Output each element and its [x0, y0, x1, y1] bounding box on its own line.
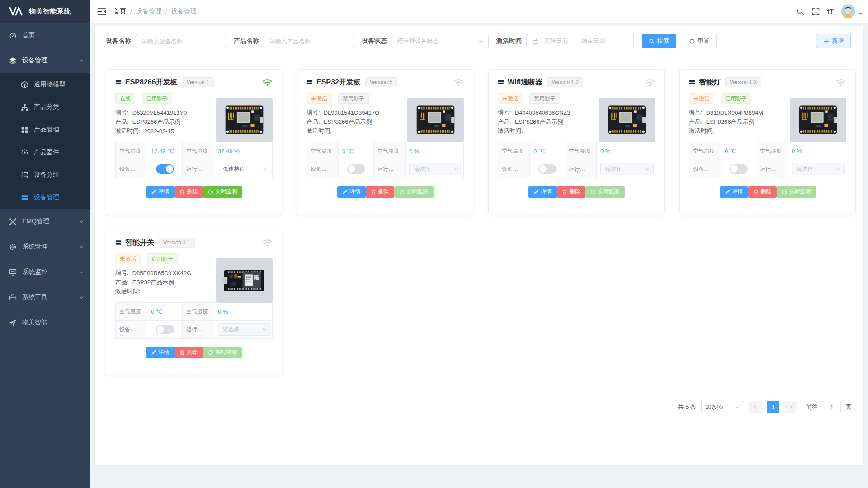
activated-label: 激活时间: — [498, 127, 523, 135]
trash-icon — [371, 189, 376, 195]
button-label: 删除 — [570, 188, 580, 196]
search-button[interactable]: 搜索 — [642, 34, 676, 48]
serial-value: DL9981541O39417O — [324, 109, 380, 116]
monitor-button[interactable]: 实时监测 — [394, 186, 434, 198]
gear-select[interactable]: 请选择 — [218, 323, 271, 336]
device-name: ESP8266开发板 — [125, 78, 178, 87]
delete-button[interactable]: 删除 — [175, 186, 203, 198]
page-size-select[interactable]: 10条/页 — [701, 401, 744, 413]
device-switch-toggle[interactable] — [156, 164, 174, 174]
sidebar-item-12[interactable]: 物美智能 — [0, 310, 90, 335]
avatar[interactable] — [841, 5, 855, 18]
sidebar-item-8[interactable]: EMQ管理 — [0, 209, 90, 234]
detail-button[interactable]: 详情 — [337, 186, 366, 198]
monitor-button[interactable]: 实时监测 — [777, 186, 816, 198]
shadow-tag: 禁用影子 — [529, 93, 560, 104]
top-header: 首页 / 设备管理 / 设备管理 tT — [90, 0, 868, 23]
sidebar-item-10[interactable]: 系统监控 — [0, 259, 90, 285]
search-icon[interactable] — [797, 8, 804, 15]
product-value: ESP8266产品示例 — [706, 118, 755, 126]
reset-button[interactable]: 重置 — [682, 34, 717, 48]
gear-select[interactable]: 请选择 — [600, 163, 654, 175]
status-tag: 未激活 — [498, 93, 523, 104]
sidebar-subitem-7[interactable]: 设备管理 — [0, 186, 90, 209]
delete-button[interactable]: 删除 — [557, 186, 585, 198]
gear-label: 运行… — [565, 160, 597, 178]
product-value: ESP8266产品示例 — [324, 118, 372, 126]
product-name-input[interactable] — [264, 34, 354, 48]
caret-down-icon[interactable] — [859, 13, 863, 15]
breadcrumb-device-manage[interactable]: 设备管理 — [136, 7, 161, 15]
sidebar-item-1[interactable]: 设备管理 — [0, 48, 90, 73]
plus-icon — [823, 38, 829, 44]
filter-bar: 设备名称 产品名称 设备状态 请选择设备状态 激活时间 开始日期 - 结束日期 … — [95, 26, 863, 48]
delete-button[interactable]: 删除 — [748, 186, 777, 198]
sidebar-subitem-6[interactable]: 设备分组 — [0, 164, 90, 186]
device-switch-toggle[interactable] — [347, 164, 365, 174]
device-switch-toggle[interactable] — [730, 164, 748, 174]
page-number-active[interactable]: 1 — [767, 401, 779, 413]
temperature-label: 空气温度 — [689, 142, 721, 160]
gear-label: 运行… — [183, 320, 214, 338]
detail-button[interactable]: 详情 — [720, 186, 748, 198]
end-date-placeholder: 结束日期 — [581, 37, 605, 45]
goto-page-input[interactable] — [823, 401, 841, 413]
status-tag: 未激活 — [689, 93, 714, 104]
gear-select[interactable]: 请选择 — [792, 163, 845, 175]
nodemcu-board-image — [407, 98, 464, 142]
header-actions: tT — [797, 5, 868, 18]
gear-select[interactable]: 请选择 — [409, 163, 462, 175]
add-device-button[interactable]: 新增 — [816, 34, 851, 48]
delete-button[interactable]: 删除 — [366, 186, 394, 198]
device-name-input[interactable] — [136, 34, 226, 48]
emq-icon — [9, 218, 17, 225]
humidity-label: 空气湿度 — [565, 142, 597, 160]
switch-label: 设备… — [498, 160, 530, 178]
sidebar-item-label: 产品管理 — [34, 126, 59, 134]
device-status-select[interactable]: 请选择设备状态 — [392, 34, 489, 48]
button-label: 搜索 — [657, 37, 669, 45]
device-board-icon — [115, 239, 122, 246]
date-range-picker[interactable]: 开始日期 - 结束日期 — [526, 34, 634, 48]
chevron-down-icon — [644, 166, 650, 172]
serial-value: D819DLX904P8894M — [706, 109, 763, 116]
serial-label: 编号: — [689, 108, 703, 117]
sidebar-item-label: 设备管理 — [34, 193, 59, 202]
sidebar-subitem-2[interactable]: 通用物模型 — [0, 73, 90, 96]
total-count: 共 5 条 — [678, 403, 696, 411]
monitor-button[interactable]: 实时监测 — [203, 347, 242, 358]
font-size-icon[interactable]: tT — [827, 8, 834, 15]
sidebar-item-0[interactable]: 首页 — [0, 23, 90, 48]
sidebar-item-label: 产品固件 — [34, 148, 59, 156]
prev-page-button[interactable] — [749, 401, 762, 413]
version-tag: Version 1 — [182, 77, 214, 87]
next-page-button[interactable] — [784, 401, 797, 413]
switch-label: 设备… — [307, 160, 339, 178]
sidebar-subitem-3[interactable]: 产品分类 — [0, 96, 90, 118]
device-switch-toggle[interactable] — [156, 325, 174, 334]
sidebar-item-9[interactable]: 系统管理 — [0, 234, 90, 259]
sidebar-item-11[interactable]: 系统工具 — [0, 285, 90, 310]
monitor-button[interactable]: 实时监测 — [585, 186, 625, 198]
humidity-label: 空气湿度 — [374, 142, 406, 160]
sidebar-subitem-4[interactable]: 产品管理 — [0, 118, 90, 141]
collapse-menu-icon[interactable] — [97, 8, 106, 15]
pen-icon — [725, 189, 730, 195]
shadow-tag: 启用影子 — [147, 253, 178, 264]
logo-icon — [9, 7, 24, 16]
monitor-button[interactable]: 实时监测 — [203, 186, 242, 198]
device-grid: ESP8266开发板 Version 1 在线 启用影子 编号:D6329VL5… — [95, 48, 863, 375]
delete-button[interactable]: 删除 — [175, 347, 203, 358]
activated-label: 激活时间: — [115, 287, 141, 296]
sidebar-subitem-5[interactable]: 产品固件 — [0, 141, 90, 164]
temperature-value: 12.49 ℃ — [147, 142, 183, 160]
detail-button[interactable]: 详情 — [146, 347, 175, 358]
detail-button[interactable]: 详情 — [528, 186, 557, 198]
send-icon — [9, 319, 17, 327]
breadcrumb-home[interactable]: 首页 — [113, 7, 126, 15]
device-switch-toggle[interactable] — [538, 164, 557, 174]
gear-select[interactable]: 低速档位 — [218, 163, 271, 175]
button-label: 实时监测 — [216, 348, 237, 356]
fullscreen-icon[interactable] — [812, 8, 820, 15]
detail-button[interactable]: 详情 — [146, 186, 175, 198]
